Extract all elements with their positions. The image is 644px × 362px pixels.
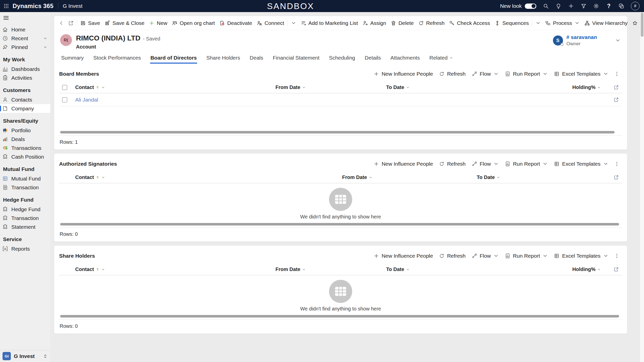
excel-templates-button[interactable]: Excel Templates bbox=[551, 251, 612, 261]
owner-name-link[interactable]: # saravanan bbox=[567, 34, 597, 40]
tab-related[interactable]: Related bbox=[429, 52, 454, 64]
column-header-holding[interactable]: Holding% bbox=[572, 266, 610, 272]
sidebar-item-reports[interactable]: Reports bbox=[0, 244, 50, 253]
user-avatar[interactable]: # bbox=[631, 2, 639, 10]
header-collapse-chevron[interactable] bbox=[615, 38, 621, 43]
column-header-contact[interactable]: Contact bbox=[75, 266, 275, 272]
column-header-to-date[interactable]: To Date bbox=[386, 84, 572, 90]
environment-name[interactable]: G Invest bbox=[63, 3, 83, 9]
area-switcher[interactable]: GI G Invest bbox=[0, 350, 50, 362]
sequences-flyout-chevron[interactable] bbox=[533, 18, 543, 28]
vertical-scrollbar[interactable] bbox=[640, 12, 644, 362]
horizontal-scrollbar[interactable] bbox=[60, 131, 622, 133]
column-header-to-date[interactable]: To Date bbox=[477, 174, 610, 180]
sidebar-item-hf-transaction[interactable]: Transaction bbox=[0, 214, 50, 222]
sidebar-item-deals[interactable]: Deals bbox=[0, 135, 50, 144]
copilot-icon[interactable] bbox=[618, 3, 624, 9]
navigate-icon[interactable] bbox=[614, 267, 619, 272]
tab-deals[interactable]: Deals bbox=[249, 52, 264, 64]
column-header-from-date[interactable]: From Date bbox=[342, 174, 477, 180]
sidebar-item-transactions[interactable]: €$ Transactions bbox=[0, 144, 50, 152]
save-and-close-button[interactable]: Save & Close bbox=[102, 18, 147, 28]
sitemap-collapse-button[interactable] bbox=[0, 12, 50, 24]
new-influence-people-button[interactable]: New Influence People bbox=[371, 251, 436, 261]
filter-icon[interactable] bbox=[581, 3, 587, 9]
search-icon[interactable] bbox=[543, 3, 549, 9]
open-record-icon[interactable] bbox=[614, 97, 619, 102]
open-org-chart-button[interactable]: Open org chart bbox=[170, 18, 217, 28]
deactivate-button[interactable]: Deactivate bbox=[217, 18, 254, 28]
run-report-button[interactable]: Run Report bbox=[502, 251, 551, 261]
delete-button[interactable]: Delete bbox=[388, 18, 416, 28]
back-button[interactable] bbox=[57, 18, 66, 28]
owner-avatar[interactable]: S bbox=[553, 35, 563, 46]
area-selector-icon[interactable] bbox=[43, 354, 48, 359]
app-title[interactable]: Dynamics 365 bbox=[13, 3, 54, 10]
sidebar-item-contacts[interactable]: Contacts bbox=[0, 95, 50, 104]
column-header-contact[interactable]: Contact bbox=[75, 84, 275, 90]
sidebar-item-pinned[interactable]: Pinned bbox=[0, 43, 50, 52]
save-button[interactable]: Save bbox=[78, 18, 102, 28]
column-header-from-date[interactable]: From Date bbox=[275, 84, 386, 90]
run-report-button[interactable]: Run Report bbox=[502, 159, 551, 169]
subgrid-refresh-button[interactable]: Refresh bbox=[436, 69, 469, 79]
column-header-from-date[interactable]: From Date bbox=[275, 266, 386, 272]
excel-templates-button[interactable]: Excel Templates bbox=[551, 159, 612, 169]
column-header-contact[interactable]: Contact bbox=[75, 174, 342, 180]
view-hierarchy-button[interactable]: View Hierarchy bbox=[582, 18, 630, 28]
subgrid-refresh-button[interactable]: Refresh bbox=[436, 251, 469, 261]
sidebar-item-mutual-fund[interactable]: Mutual Fund bbox=[0, 174, 50, 183]
table-row[interactable]: Ali Jandal bbox=[59, 93, 622, 106]
connect-button[interactable]: Connect bbox=[254, 18, 286, 28]
new-influence-people-button[interactable]: New Influence People bbox=[371, 69, 436, 79]
sidebar-item-recent[interactable]: Recent bbox=[0, 34, 50, 43]
tab-stock-performances[interactable]: Stock Performances bbox=[93, 52, 141, 64]
sidebar-item-cash-position[interactable]: Cash Position bbox=[0, 152, 50, 161]
chevron-down-icon[interactable] bbox=[43, 45, 47, 49]
sequences-button[interactable]: Sequences bbox=[492, 18, 531, 28]
contact-link[interactable]: Ali Jandal bbox=[75, 97, 275, 103]
tab-attachments[interactable]: Attachments bbox=[390, 52, 420, 64]
settings-gear-icon[interactable] bbox=[593, 3, 599, 9]
subgrid-overflow-button[interactable] bbox=[612, 159, 622, 169]
tab-summary[interactable]: Summary bbox=[61, 52, 84, 64]
subgrid-flow-button[interactable]: Flow bbox=[469, 159, 502, 169]
add-icon[interactable] bbox=[568, 3, 574, 9]
sidebar-item-portfolio[interactable]: Portfolio bbox=[0, 126, 50, 135]
horizontal-scrollbar[interactable] bbox=[60, 223, 622, 225]
help-icon[interactable]: ? bbox=[606, 3, 612, 10]
horizontal-scrollbar[interactable] bbox=[60, 315, 622, 318]
sidebar-item-dashboards[interactable]: Dashboards bbox=[0, 65, 50, 73]
row-checkbox[interactable] bbox=[62, 97, 67, 102]
column-header-to-date[interactable]: To Date bbox=[386, 266, 572, 272]
connect-flyout-chevron[interactable] bbox=[289, 18, 298, 28]
scrollbar-thumb[interactable] bbox=[60, 131, 615, 133]
sidebar-item-mf-transaction[interactable]: Transaction bbox=[0, 183, 50, 192]
navigate-icon[interactable] bbox=[614, 85, 619, 90]
popout-record-button[interactable] bbox=[66, 18, 76, 28]
subgrid-overflow-button[interactable] bbox=[612, 69, 622, 79]
run-report-button[interactable]: Run Report bbox=[502, 69, 551, 79]
select-all-checkbox[interactable] bbox=[62, 85, 67, 90]
sidebar-item-hedge-fund[interactable]: Hedge Fund bbox=[0, 205, 50, 214]
new-look-toggle[interactable] bbox=[525, 4, 536, 9]
sidebar-item-home[interactable]: Home bbox=[0, 25, 50, 34]
chevron-down-icon[interactable] bbox=[43, 36, 47, 40]
sidebar-item-activities[interactable]: Activities bbox=[0, 73, 50, 82]
add-to-marketing-list-button[interactable]: Add to Marketing List bbox=[298, 18, 360, 28]
scrollbar-thumb[interactable] bbox=[641, 13, 643, 37]
sidebar-item-statement[interactable]: Statement bbox=[0, 222, 50, 231]
new-button[interactable]: New bbox=[147, 18, 170, 28]
tab-share-holders[interactable]: Share Holders bbox=[206, 52, 240, 64]
subgrid-refresh-button[interactable]: Refresh bbox=[436, 159, 469, 169]
lightbulb-icon[interactable] bbox=[555, 3, 561, 9]
tab-financial-statement[interactable]: Financial Statement bbox=[272, 52, 320, 64]
navigate-icon[interactable] bbox=[614, 175, 619, 180]
tab-scheduling[interactable]: Scheduling bbox=[329, 52, 356, 64]
check-access-button[interactable]: Check Access bbox=[447, 18, 492, 28]
new-influence-people-button[interactable]: New Influence People bbox=[371, 159, 436, 169]
tab-board-of-directors[interactable]: Board of Directors bbox=[150, 52, 197, 64]
tab-details[interactable]: Details bbox=[364, 52, 381, 64]
subgrid-overflow-button[interactable] bbox=[612, 251, 622, 261]
scrollbar-thumb[interactable] bbox=[60, 223, 619, 225]
